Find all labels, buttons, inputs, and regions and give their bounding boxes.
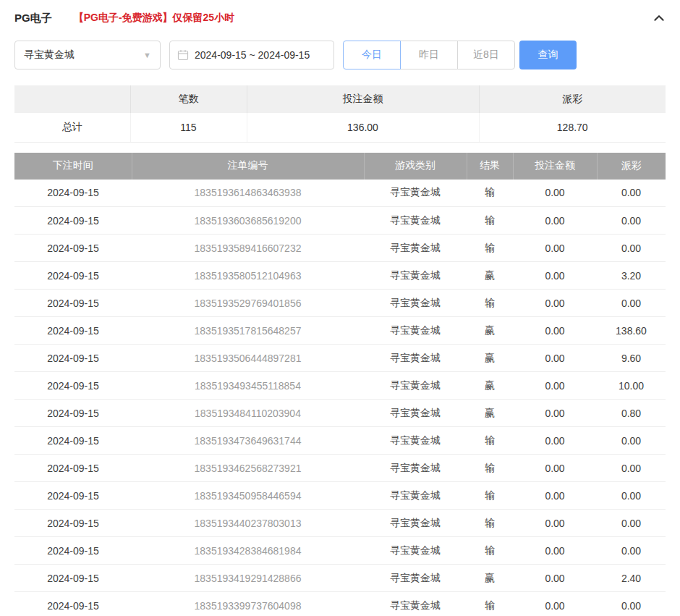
table-cell: 2.40 xyxy=(597,565,666,592)
table-cell: 1835193614863463938 xyxy=(132,180,364,207)
chevron-up-icon[interactable] xyxy=(653,12,666,25)
table-cell: 138.60 xyxy=(597,317,666,345)
table-cell: 输 xyxy=(467,235,513,262)
table-cell: 赢 xyxy=(467,400,513,427)
game-select[interactable]: 寻宝黄金城 ▼ xyxy=(14,41,161,69)
table-cell: 2024-09-15 xyxy=(14,592,132,616)
table-cell: 0.00 xyxy=(597,455,666,482)
table-cell: 2024-09-15 xyxy=(14,180,132,207)
table-cell: 输 xyxy=(467,482,513,510)
calendar-icon xyxy=(177,49,189,61)
table-row: 2024-09-151835193440237803013寻宝黄金城输0.000… xyxy=(14,510,666,537)
caret-down-icon: ▼ xyxy=(143,51,151,59)
bet-table-body: 2024-09-151835193614863463938寻宝黄金城输0.000… xyxy=(14,180,666,616)
summary-header-count: 笔数 xyxy=(130,85,247,113)
date-range-input[interactable]: 2024-09-15 ~ 2024-09-15 xyxy=(169,41,334,69)
table-cell: 0.00 xyxy=(513,290,597,317)
table-cell: 0.00 xyxy=(597,290,666,317)
table-cell: 赢 xyxy=(467,317,513,345)
table-cell: 0.00 xyxy=(513,510,597,537)
table-cell: 0.00 xyxy=(597,592,666,616)
bet-table-column-header: 注单编号 xyxy=(132,153,364,180)
summary-total-row: 总计 115 136.00 128.70 xyxy=(14,113,666,142)
table-cell: 寻宝黄金城 xyxy=(364,235,467,262)
bet-table-column-header: 游戏类别 xyxy=(364,153,467,180)
game-select-value: 寻宝黄金城 xyxy=(24,48,75,62)
summary-total-bet-amount: 136.00 xyxy=(247,113,479,142)
table-cell: 2024-09-15 xyxy=(14,372,132,400)
quick-date-button-1[interactable]: 昨日 xyxy=(400,41,458,69)
query-button[interactable]: 查询 xyxy=(519,41,577,69)
table-cell: 0.00 xyxy=(513,262,597,290)
table-cell: 1835193450958446594 xyxy=(132,482,364,510)
table-cell: 2024-09-15 xyxy=(14,510,132,537)
table-cell: 寻宝黄金城 xyxy=(364,400,467,427)
table-row: 2024-09-151835193614863463938寻宝黄金城输0.000… xyxy=(14,180,666,207)
panel-header: PG电子 【PG电子-免费游戏】仅保留25小时 xyxy=(14,0,666,36)
table-cell: 0.00 xyxy=(597,235,666,262)
table-cell: 2024-09-15 xyxy=(14,207,132,235)
table-cell: 1835193529769401856 xyxy=(132,290,364,317)
table-cell: 0.00 xyxy=(513,372,597,400)
table-row: 2024-09-151835193493455118854寻宝黄金城赢0.001… xyxy=(14,372,666,400)
table-cell: 输 xyxy=(467,537,513,565)
table-cell: 0.00 xyxy=(513,345,597,372)
table-cell: 3.20 xyxy=(597,262,666,290)
bet-table-column-header: 下注时间 xyxy=(14,153,132,180)
table-cell: 2024-09-15 xyxy=(14,345,132,372)
bet-table: 下注时间注单编号游戏类别结果投注金额派彩 2024-09-15183519361… xyxy=(14,153,666,616)
bet-table-column-header: 结果 xyxy=(467,153,513,180)
summary-total-count: 115 xyxy=(130,113,247,142)
page-title: PG电子 xyxy=(14,12,52,25)
table-cell: 寻宝黄金城 xyxy=(364,482,467,510)
table-cell: 0.00 xyxy=(513,235,597,262)
table-cell: 赢 xyxy=(467,372,513,400)
summary-header-bet-amount: 投注金额 xyxy=(247,85,479,113)
table-cell: 赢 xyxy=(467,345,513,372)
table-cell: 1835193603685619200 xyxy=(132,207,364,235)
table-row: 2024-09-151835193428384681984寻宝黄金城输0.000… xyxy=(14,537,666,565)
table-cell: 寻宝黄金城 xyxy=(364,262,467,290)
table-cell: 0.00 xyxy=(513,207,597,235)
table-cell: 1835193428384681984 xyxy=(132,537,364,565)
table-cell: 1835193589416607232 xyxy=(132,235,364,262)
table-cell: 赢 xyxy=(467,565,513,592)
table-row: 2024-09-151835193473649631744寻宝黄金城输0.000… xyxy=(14,427,666,455)
summary-header-empty xyxy=(14,85,130,113)
table-row: 2024-09-151835193603685619200寻宝黄金城输0.000… xyxy=(14,207,666,235)
table-cell: 2024-09-15 xyxy=(14,400,132,427)
table-cell: 寻宝黄金城 xyxy=(364,565,467,592)
table-cell: 1835193493455118854 xyxy=(132,372,364,400)
quick-date-button-0[interactable]: 今日 xyxy=(343,41,401,69)
table-cell: 输 xyxy=(467,427,513,455)
table-cell: 2024-09-15 xyxy=(14,290,132,317)
table-cell: 0.00 xyxy=(513,317,597,345)
table-cell: 1835193517815648257 xyxy=(132,317,364,345)
table-row: 2024-09-151835193589416607232寻宝黄金城输0.000… xyxy=(14,235,666,262)
bet-table-column-header: 投注金额 xyxy=(513,153,597,180)
notice-text: 【PG电子-免费游戏】仅保留25小时 xyxy=(74,12,234,25)
table-cell: 2024-09-15 xyxy=(14,565,132,592)
table-row: 2024-09-151835193506444897281寻宝黄金城赢0.009… xyxy=(14,345,666,372)
table-cell: 寻宝黄金城 xyxy=(364,290,467,317)
table-cell: 0.00 xyxy=(513,482,597,510)
table-cell: 2024-09-15 xyxy=(14,455,132,482)
table-cell: 0.80 xyxy=(597,400,666,427)
table-row: 2024-09-151835193580512104963寻宝黄金城赢0.003… xyxy=(14,262,666,290)
table-cell: 0.00 xyxy=(597,510,666,537)
summary-total-payout: 128.70 xyxy=(479,113,666,142)
table-cell: 输 xyxy=(467,455,513,482)
table-cell: 9.60 xyxy=(597,345,666,372)
table-cell: 2024-09-15 xyxy=(14,262,132,290)
table-cell: 0.00 xyxy=(513,455,597,482)
table-cell: 寻宝黄金城 xyxy=(364,317,467,345)
table-cell: 2024-09-15 xyxy=(14,537,132,565)
table-cell: 1835193440237803013 xyxy=(132,510,364,537)
summary-header-row: 笔数 投注金额 派彩 xyxy=(14,85,666,113)
quick-date-button-2[interactable]: 近8日 xyxy=(457,41,515,69)
table-cell: 寻宝黄金城 xyxy=(364,345,467,372)
table-cell: 0.00 xyxy=(597,482,666,510)
table-cell: 寻宝黄金城 xyxy=(364,207,467,235)
table-cell: 0.00 xyxy=(597,207,666,235)
summary-total-label: 总计 xyxy=(14,113,130,142)
